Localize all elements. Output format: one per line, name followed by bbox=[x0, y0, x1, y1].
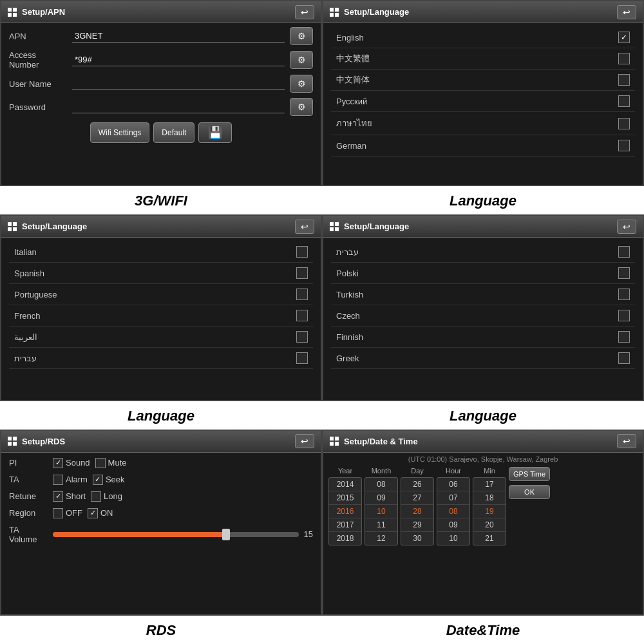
datetime-val[interactable]: 17 bbox=[473, 478, 506, 491]
datetime-val[interactable]: 2014 bbox=[329, 478, 361, 491]
lang-checkbox[interactable] bbox=[618, 53, 630, 64]
datetime-val[interactable]: 2018 bbox=[329, 532, 361, 545]
datetime-val[interactable]: 11 bbox=[365, 518, 397, 532]
datetime-val[interactable]: 20 bbox=[473, 518, 506, 532]
lang-row[interactable]: German bbox=[331, 135, 635, 156]
lang-row[interactable]: English bbox=[331, 27, 635, 48]
lang-checkbox[interactable] bbox=[618, 352, 630, 364]
lang-row[interactable]: French bbox=[9, 305, 313, 327]
datetime-val[interactable]: 2016 bbox=[329, 505, 361, 518]
rds-check[interactable] bbox=[53, 458, 63, 468]
lang-row[interactable]: Finnish bbox=[331, 327, 635, 348]
lang-row[interactable]: 中文简体 bbox=[331, 70, 635, 91]
rds-option[interactable]: Alarm bbox=[53, 475, 88, 485]
lang-checkbox[interactable] bbox=[618, 310, 630, 321]
lang-row[interactable]: Spanish bbox=[9, 263, 313, 284]
datetime-val[interactable]: 26 bbox=[401, 478, 433, 491]
rds-option[interactable]: Short bbox=[53, 491, 86, 502]
apn-gear-user[interactable]: ⚙ bbox=[290, 75, 313, 93]
rds-check[interactable] bbox=[53, 508, 63, 518]
rds-option[interactable]: Mute bbox=[95, 458, 127, 468]
rds-check[interactable] bbox=[53, 491, 63, 502]
lang-row[interactable]: Polski bbox=[331, 263, 635, 284]
datetime-val[interactable]: 19 bbox=[473, 505, 506, 518]
datetime-col-values[interactable]: 2627282930 bbox=[401, 477, 434, 545]
datetime-val[interactable]: 28 bbox=[401, 505, 433, 518]
rds-check[interactable] bbox=[88, 508, 98, 518]
datetime-val[interactable]: 29 bbox=[401, 518, 433, 532]
lang-row[interactable]: Portuguese bbox=[9, 284, 313, 305]
wifi-settings-btn[interactable]: Wifi Settings bbox=[90, 122, 150, 143]
lang-row[interactable]: Turkish bbox=[331, 284, 635, 305]
lang-row[interactable]: Русский bbox=[331, 91, 635, 112]
lang-checkbox[interactable] bbox=[618, 74, 630, 86]
datetime-val[interactable]: 21 bbox=[473, 532, 506, 545]
lang-row[interactable]: Czech bbox=[331, 305, 635, 327]
rds-option[interactable]: OFF bbox=[53, 508, 82, 518]
lang-row[interactable]: ภาษาไทย bbox=[331, 112, 635, 135]
apn-gear-access[interactable]: ⚙ bbox=[290, 51, 313, 69]
lang-row[interactable]: עברית bbox=[331, 242, 635, 263]
lang-checkbox[interactable] bbox=[296, 331, 308, 343]
gps-time-btn[interactable]: GPS Time bbox=[509, 467, 550, 481]
rds-check[interactable] bbox=[93, 475, 103, 485]
datetime-col-values[interactable]: 0809101112 bbox=[365, 477, 398, 545]
datetime-back-btn[interactable]: ↩ bbox=[617, 434, 636, 448]
apn-input-apn[interactable] bbox=[72, 30, 285, 43]
lang-checkbox[interactable] bbox=[618, 289, 630, 300]
volume-slider-thumb[interactable] bbox=[222, 529, 230, 540]
datetime-val[interactable]: 09 bbox=[437, 518, 469, 532]
datetime-val[interactable]: 10 bbox=[365, 505, 397, 518]
lang-checkbox[interactable] bbox=[618, 267, 630, 279]
datetime-val[interactable]: 10 bbox=[437, 532, 469, 545]
lang-row[interactable]: Italian bbox=[9, 242, 313, 263]
rds-check[interactable] bbox=[91, 491, 101, 502]
datetime-val[interactable]: 06 bbox=[437, 478, 469, 491]
rds-option[interactable]: ON bbox=[88, 508, 113, 518]
datetime-col-values[interactable]: 1718192021 bbox=[473, 477, 506, 545]
datetime-val[interactable]: 30 bbox=[401, 532, 433, 545]
lang-checkbox[interactable] bbox=[618, 118, 630, 129]
lang2-back-btn[interactable]: ↩ bbox=[295, 220, 314, 234]
save-btn[interactable]: 💾 bbox=[198, 122, 232, 143]
datetime-val[interactable]: 27 bbox=[401, 491, 433, 505]
datetime-col-values[interactable]: 20142015201620172018 bbox=[328, 477, 362, 545]
lang-checkbox[interactable] bbox=[618, 32, 630, 43]
lang1-back-btn[interactable]: ↩ bbox=[617, 5, 636, 19]
apn-gear-pass[interactable]: ⚙ bbox=[290, 98, 313, 116]
datetime-val[interactable]: 2015 bbox=[329, 491, 361, 505]
lang-checkbox[interactable] bbox=[618, 140, 630, 151]
datetime-val[interactable]: 07 bbox=[437, 491, 469, 505]
datetime-val[interactable]: 09 bbox=[365, 491, 397, 505]
lang-checkbox[interactable] bbox=[296, 289, 308, 300]
datetime-val[interactable]: 2017 bbox=[329, 518, 361, 532]
lang-row[interactable]: العربية bbox=[9, 327, 313, 348]
ok-btn[interactable]: OK bbox=[509, 485, 550, 499]
lang-checkbox[interactable] bbox=[296, 246, 308, 258]
rds-check[interactable] bbox=[95, 458, 106, 468]
lang-checkbox[interactable] bbox=[618, 95, 630, 107]
datetime-val[interactable]: 08 bbox=[437, 505, 469, 518]
apn-input-access[interactable] bbox=[72, 53, 285, 66]
lang-row[interactable]: Greek bbox=[331, 348, 635, 369]
lang-checkbox[interactable] bbox=[296, 310, 308, 321]
datetime-val[interactable]: 08 bbox=[365, 478, 397, 491]
datetime-col-values[interactable]: 0607080910 bbox=[437, 477, 470, 545]
lang-checkbox[interactable] bbox=[296, 267, 308, 279]
datetime-val[interactable]: 18 bbox=[473, 491, 506, 505]
apn-input-pass[interactable] bbox=[72, 100, 285, 113]
datetime-val[interactable]: 12 bbox=[365, 532, 397, 545]
apn-back-btn[interactable]: ↩ bbox=[295, 5, 314, 19]
apn-gear-apn[interactable]: ⚙ bbox=[290, 27, 313, 45]
rds-check[interactable] bbox=[53, 475, 63, 485]
lang-checkbox[interactable] bbox=[618, 331, 630, 343]
rds-option[interactable]: Sound bbox=[53, 458, 90, 468]
default-btn[interactable]: Default bbox=[153, 122, 194, 143]
lang-checkbox[interactable] bbox=[618, 246, 630, 258]
lang-row[interactable]: 中文繁體 bbox=[331, 48, 635, 70]
lang-checkbox[interactable] bbox=[296, 352, 308, 364]
lang3-back-btn[interactable]: ↩ bbox=[617, 220, 636, 234]
rds-option[interactable]: Long bbox=[91, 491, 122, 502]
rds-option[interactable]: Seek bbox=[93, 475, 125, 485]
apn-input-user[interactable] bbox=[72, 77, 285, 90]
